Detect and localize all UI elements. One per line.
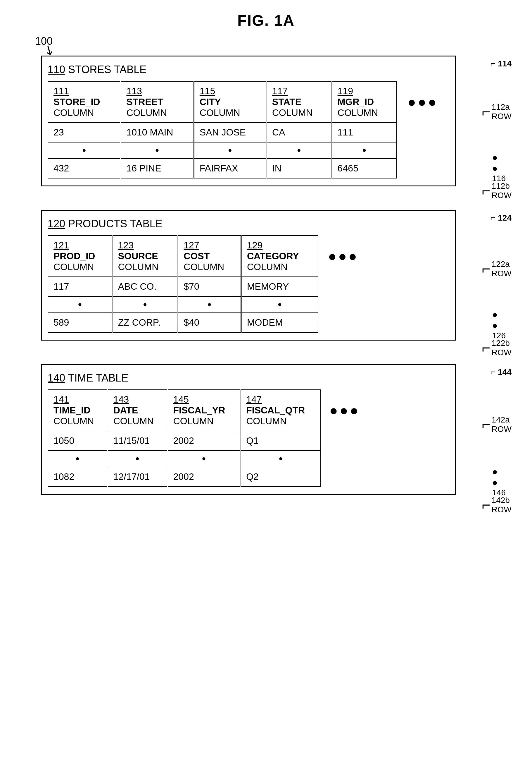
- stores-row-a-col2: 1010 MAIN: [120, 122, 194, 142]
- time-table-wrapper: 140 TIME TABLE 141 TIME_ID COLUMN 143 DA…: [41, 364, 456, 495]
- products-ellipsis: ●●●: [318, 236, 369, 277]
- stores-table-title: 110 STORES TABLE: [48, 63, 449, 76]
- time-row-a-col4: Q1: [240, 431, 321, 451]
- time-row-a-col2: 11/15/01: [108, 431, 167, 451]
- time-row-b-annotation: ⌐ 142b ROW: [482, 496, 512, 514]
- time-table-title: 140 TIME TABLE: [48, 372, 449, 384]
- products-row-b-col2: ZZ CORP.: [112, 313, 178, 332]
- time-row-a-col1: 1050: [48, 431, 108, 451]
- stores-col-119: 119 MGR_ID COLUMN: [332, 81, 397, 122]
- time-row-b-col4: Q2: [240, 467, 321, 486]
- stores-row-b: 432 16 PINE FAIRFAX IN 6465: [48, 158, 449, 178]
- products-dots-annotation: ● ● 126: [492, 309, 506, 340]
- products-row-a: 117 ABC CO. $70 MEMORY: [48, 277, 369, 296]
- time-row-a-col3: 2002: [167, 431, 241, 451]
- stores-row-a-col3: SAN JOSE: [194, 122, 266, 142]
- products-table-wrapper: 120 PRODUCTS TABLE 121 PROD_ID COLUMN 12…: [41, 210, 456, 341]
- stores-ellipsis: ●●●: [397, 81, 449, 122]
- stores-right-ref: ⌐ 114: [490, 58, 512, 68]
- stores-row-b-col5: 6465: [332, 158, 397, 178]
- fig-ref-block: 100 ↘: [35, 35, 514, 50]
- stores-row-a-col4: CA: [266, 122, 332, 142]
- stores-row-a-col1: 23: [48, 122, 120, 142]
- stores-row-b-annotation: ⌐ 112b ROW: [482, 181, 512, 200]
- time-header-row: 141 TIME_ID COLUMN 143 DATE COLUMN 145 F…: [48, 390, 369, 431]
- stores-row-b-col4: IN: [266, 158, 332, 178]
- products-row-b-col3: $40: [178, 313, 241, 332]
- time-col-143: 143 DATE COLUMN: [108, 390, 167, 431]
- stores-col-115: 115 CITY COLUMN: [194, 81, 266, 122]
- stores-table: 111 STORE_ID COLUMN 113 STREET COLUMN 11…: [48, 81, 449, 178]
- stores-col-111: 111 STORE_ID COLUMN: [48, 81, 120, 122]
- time-row-a: 1050 11/15/01 2002 Q1: [48, 431, 369, 451]
- time-col-145: 145 FISCAL_YR COLUMN: [167, 390, 241, 431]
- stores-col-113: 113 STREET COLUMN: [120, 81, 194, 122]
- products-col-129: 129 CATEGORY COLUMN: [241, 236, 318, 277]
- time-table-container: 140 TIME TABLE 141 TIME_ID COLUMN 143 DA…: [41, 364, 456, 495]
- time-col-141: 141 TIME_ID COLUMN: [48, 390, 108, 431]
- time-row-b-col2: 12/17/01: [108, 467, 167, 486]
- products-row-b-annotation: ⌐ 122b ROW: [482, 339, 512, 357]
- products-row-b-col4: MODEM: [241, 313, 318, 332]
- stores-table-container: 110 STORES TABLE 111 STORE_ID COLUMN 113…: [41, 56, 456, 186]
- stores-dots-annotation: ● ● 116: [492, 152, 506, 183]
- time-row-a-annotation: ⌐ 142a ROW: [482, 415, 512, 434]
- stores-row-b-col2: 16 PINE: [120, 158, 194, 178]
- time-ellipsis: ●●●: [321, 390, 369, 431]
- time-col-147: 147 FISCAL_QTR COLUMN: [240, 390, 321, 431]
- stores-table-wrapper: 110 STORES TABLE 111 STORE_ID COLUMN 113…: [41, 56, 456, 186]
- products-col-121: 121 PROD_ID COLUMN: [48, 236, 112, 277]
- products-row-a-col2: ABC CO.: [112, 277, 178, 296]
- products-row-b-col1: 589: [48, 313, 112, 332]
- time-row-b: 1082 12/17/01 2002 Q2: [48, 467, 369, 486]
- products-table: 121 PROD_ID COLUMN 123 SOURCE COLUMN 127…: [48, 235, 369, 333]
- products-col-123: 123 SOURCE COLUMN: [112, 236, 178, 277]
- time-table: 141 TIME_ID COLUMN 143 DATE COLUMN 145 F…: [48, 389, 369, 487]
- stores-row-a-col5: 111: [332, 122, 397, 142]
- time-row-b-col1: 1082: [48, 467, 108, 486]
- stores-col-117: 117 STATE COLUMN: [266, 81, 332, 122]
- products-row-b: 589 ZZ CORP. $40 MODEM: [48, 313, 369, 332]
- products-row-a-col3: $70: [178, 277, 241, 296]
- products-row-a-col1: 117: [48, 277, 112, 296]
- stores-row-a: 23 1010 MAIN SAN JOSE CA 111: [48, 122, 449, 142]
- figure-title: FIG. 1A: [18, 12, 514, 29]
- time-dots-row: • • • •: [48, 451, 369, 467]
- stores-header-row: 111 STORE_ID COLUMN 113 STREET COLUMN 11…: [48, 81, 449, 122]
- products-table-container: 120 PRODUCTS TABLE 121 PROD_ID COLUMN 12…: [41, 210, 456, 341]
- stores-row-b-col3: FAIRFAX: [194, 158, 266, 178]
- products-header-row: 121 PROD_ID COLUMN 123 SOURCE COLUMN 127…: [48, 236, 369, 277]
- products-row-a-col4: MEMORY: [241, 277, 318, 296]
- time-right-ref: ⌐ 144: [490, 367, 512, 377]
- products-right-ref: ⌐ 124: [490, 213, 512, 223]
- stores-row-b-col1: 432: [48, 158, 120, 178]
- products-dots-row: • • • •: [48, 296, 369, 313]
- stores-dots-row: • • • • •: [48, 142, 449, 158]
- stores-row-a-empty: [397, 122, 449, 142]
- time-dots-annotation: ● ● 146: [492, 466, 506, 497]
- stores-row-a-annotation: ⌐ 112a ROW: [482, 102, 512, 121]
- products-table-title: 120 PRODUCTS TABLE: [48, 218, 449, 230]
- time-row-b-col3: 2002: [167, 467, 241, 486]
- products-row-a-annotation: ⌐ 122a ROW: [482, 260, 512, 278]
- products-col-127: 127 COST COLUMN: [178, 236, 241, 277]
